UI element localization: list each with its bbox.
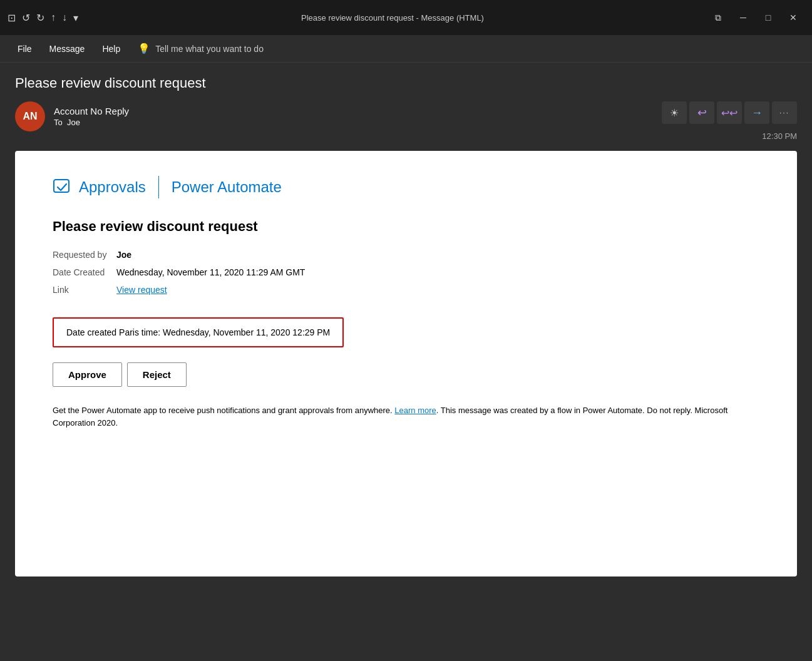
title-bar-icons: ⊡ ↺ ↻ ↑ ↓ ▾ xyxy=(8,12,78,24)
email-header-area: Please review discount request AN Accoun… xyxy=(0,63,812,151)
message-menu[interactable]: Message xyxy=(42,40,93,58)
approvals-logo: Approvals xyxy=(53,177,146,197)
file-menu[interactable]: File xyxy=(10,40,39,58)
reply-all-button[interactable]: ↩↩ xyxy=(717,101,742,124)
requested-by-value: Joe xyxy=(116,250,131,260)
date-created-label: Date Created xyxy=(53,267,109,277)
email-body-title: Please review discount request xyxy=(53,218,759,235)
window-title: Please review discount request - Message… xyxy=(83,13,702,23)
forward-button[interactable]: → xyxy=(744,101,769,124)
approvals-text: Approvals xyxy=(79,178,146,196)
sender-name: Account No Reply xyxy=(54,106,129,116)
reply-button[interactable]: ↩ xyxy=(689,101,714,124)
more-options-button[interactable]: ··· xyxy=(772,101,797,124)
email-action-buttons: ☀ ↩ ↩↩ → ··· xyxy=(662,101,797,124)
window-controls: ⧉ ─ □ ✕ xyxy=(707,6,804,29)
learn-more-link[interactable]: Learn more xyxy=(394,406,436,415)
minimize-button[interactable]: ─ xyxy=(732,6,754,29)
highlighted-date-box: Date created Paris time: Wednesday, Nove… xyxy=(53,317,344,347)
up-arrow-icon[interactable]: ↑ xyxy=(51,12,56,23)
approvals-header: Approvals Power Automate xyxy=(53,176,759,198)
undo-icon[interactable]: ↺ xyxy=(22,12,30,24)
requested-by-name: Joe xyxy=(116,250,131,260)
header-divider xyxy=(158,176,159,198)
sender-details: Account No Reply To Joe xyxy=(54,106,129,127)
approval-action-buttons: Approve Reject xyxy=(53,362,759,387)
menu-bar: File Message Help 💡 Tell me what you wan… xyxy=(0,35,812,63)
maximize-button[interactable]: □ xyxy=(757,6,779,29)
footer-text-part1: Get the Power Automate app to receive pu… xyxy=(53,406,394,415)
reject-button[interactable]: Reject xyxy=(127,362,187,387)
email-body-container: Approvals Power Automate Please review d… xyxy=(0,151,812,592)
close-button[interactable]: ✕ xyxy=(782,6,804,29)
view-request-link[interactable]: View request xyxy=(116,285,167,295)
title-bar: ⊡ ↺ ↻ ↑ ↓ ▾ Please review discount reque… xyxy=(0,0,812,35)
help-menu[interactable]: Help xyxy=(95,40,128,58)
restore-button[interactable]: ⧉ xyxy=(707,6,729,29)
to-label: To xyxy=(54,118,63,127)
power-automate-text: Power Automate xyxy=(172,178,282,196)
email-body: Approvals Power Automate Please review d… xyxy=(15,151,797,576)
email-meta-right: ☀ ↩ ↩↩ → ··· 12:30 PM xyxy=(662,101,797,141)
requested-by-label: Requested by xyxy=(53,250,109,260)
recipient-name: Joe xyxy=(67,118,80,127)
email-subject: Please review discount request xyxy=(15,75,797,91)
dropdown-icon[interactable]: ▾ xyxy=(73,12,78,24)
requested-by-row: Requested by Joe xyxy=(53,250,759,260)
footer-text: Get the Power Automate app to receive pu… xyxy=(53,404,759,429)
down-arrow-icon[interactable]: ↓ xyxy=(62,12,67,23)
link-label: Link xyxy=(53,285,109,295)
avatar: AN xyxy=(15,101,45,131)
email-meta-row: AN Account No Reply To Joe ☀ ↩ ↩↩ → ··· … xyxy=(15,101,797,141)
save-icon[interactable]: ⊡ xyxy=(8,12,16,24)
link-row: Link View request xyxy=(53,285,759,295)
email-timestamp: 12:30 PM xyxy=(762,131,797,141)
search-hint[interactable]: Tell me what you want to do xyxy=(155,44,264,54)
approvals-icon xyxy=(53,177,73,197)
approve-button[interactable]: Approve xyxy=(53,362,122,387)
email-sender-info: AN Account No Reply To Joe xyxy=(15,101,129,131)
date-created-row: Date Created Wednesday, November 11, 202… xyxy=(53,267,759,277)
sender-to: To Joe xyxy=(54,118,129,127)
redo-icon[interactable]: ↻ xyxy=(36,12,44,24)
brightness-button[interactable]: ☀ xyxy=(662,101,687,124)
search-area: 💡 Tell me what you want to do xyxy=(138,43,264,54)
lightbulb-icon: 💡 xyxy=(138,43,150,54)
date-created-value: Wednesday, November 11, 2020 11:29 AM GM… xyxy=(116,267,305,277)
